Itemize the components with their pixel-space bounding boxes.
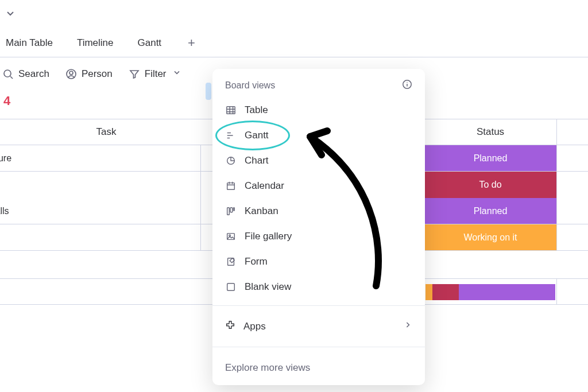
board-views-popover: Board views Table Gantt Chart Calendar K… <box>212 69 425 385</box>
tab-gantt[interactable]: Gantt <box>138 35 162 51</box>
view-option-form[interactable]: Form <box>212 249 425 274</box>
view-option-label: File gallery <box>245 231 292 242</box>
view-option-blank-view[interactable]: Blank view <box>212 274 425 300</box>
chevron-right-icon <box>403 320 412 332</box>
chevron-down-icon <box>172 68 181 80</box>
svg-point-4 <box>407 82 407 83</box>
tab-main-table[interactable]: Main Table <box>6 35 53 51</box>
view-option-chart[interactable]: Chart <box>212 148 425 173</box>
view-option-label: Blank view <box>245 281 291 293</box>
svg-rect-5 <box>227 107 235 114</box>
summary-seg-working <box>425 284 432 300</box>
view-option-label: Kanban <box>245 205 278 217</box>
view-option-calendar[interactable]: Calendar <box>212 173 425 199</box>
view-option-label: Calendar <box>245 180 284 192</box>
cell-task[interactable]: niture <box>0 145 201 171</box>
filter-label: Filter <box>145 68 167 80</box>
table-icon <box>225 105 237 115</box>
blank-view-icon <box>225 282 237 292</box>
svg-rect-7 <box>227 183 235 190</box>
popover-title: Board views <box>225 80 275 91</box>
status-summary-bar[interactable] <box>424 279 556 304</box>
status-pill[interactable]: Planned <box>424 145 556 171</box>
status-pill[interactable]: Working on it <box>424 224 556 250</box>
summary-seg-planned <box>459 284 555 300</box>
view-tabs: Main Table Timeline Gantt + <box>0 35 588 57</box>
svg-point-0 <box>4 70 11 77</box>
explore-more-views[interactable]: Explore more views <box>212 353 425 385</box>
cell-task[interactable]: m <box>0 224 201 250</box>
column-header-status[interactable]: Status <box>424 126 556 138</box>
filter-button[interactable]: Filter <box>129 68 181 80</box>
calendar-icon <box>225 181 237 191</box>
search-button[interactable]: Search <box>2 68 49 80</box>
svg-point-2 <box>69 71 73 75</box>
column-header-stub <box>556 119 588 145</box>
column-header-task[interactable]: Task <box>0 126 212 138</box>
svg-rect-14 <box>227 284 235 291</box>
filter-icon <box>129 68 140 80</box>
person-icon <box>65 68 77 80</box>
chevron-down-icon[interactable] <box>5 7 16 21</box>
chart-icon <box>225 156 237 166</box>
view-option-label: Gantt <box>245 130 269 141</box>
view-option-gantt[interactable]: Gantt <box>212 123 425 148</box>
view-option-label: Form <box>245 256 268 267</box>
search-label: Search <box>18 68 49 80</box>
svg-rect-8 <box>227 208 230 215</box>
view-option-apps[interactable]: Apps <box>212 312 425 341</box>
status-pill[interactable]: To do <box>424 172 556 198</box>
add-view-button[interactable]: + <box>185 36 198 51</box>
gantt-icon <box>225 130 237 141</box>
divider <box>212 305 425 306</box>
svg-rect-11 <box>227 234 235 240</box>
search-icon <box>2 68 14 80</box>
view-option-label: Apps <box>243 321 266 332</box>
view-option-label: Table <box>245 104 268 116</box>
divider <box>212 347 425 347</box>
view-option-file-gallery[interactable]: File gallery <box>212 224 425 249</box>
cell-task[interactable] <box>0 172 201 198</box>
view-option-table[interactable]: Table <box>212 98 425 123</box>
svg-rect-9 <box>230 208 233 212</box>
apps-icon <box>225 320 235 333</box>
tab-timeline[interactable]: Timeline <box>77 35 114 51</box>
file-gallery-icon <box>225 231 237 242</box>
view-option-kanban[interactable]: Kanban <box>212 199 425 224</box>
status-pill[interactable]: Planned <box>424 198 556 224</box>
view-option-label: Chart <box>245 155 269 166</box>
info-icon[interactable] <box>402 79 412 92</box>
kanban-icon <box>225 206 237 216</box>
insert-indicator <box>206 83 211 100</box>
person-filter-button[interactable]: Person <box>65 68 113 80</box>
form-icon <box>225 257 237 267</box>
summary-seg-todo <box>432 284 459 300</box>
person-label: Person <box>82 68 113 80</box>
cell-task[interactable]: walls <box>0 198 201 224</box>
svg-rect-10 <box>234 208 235 211</box>
